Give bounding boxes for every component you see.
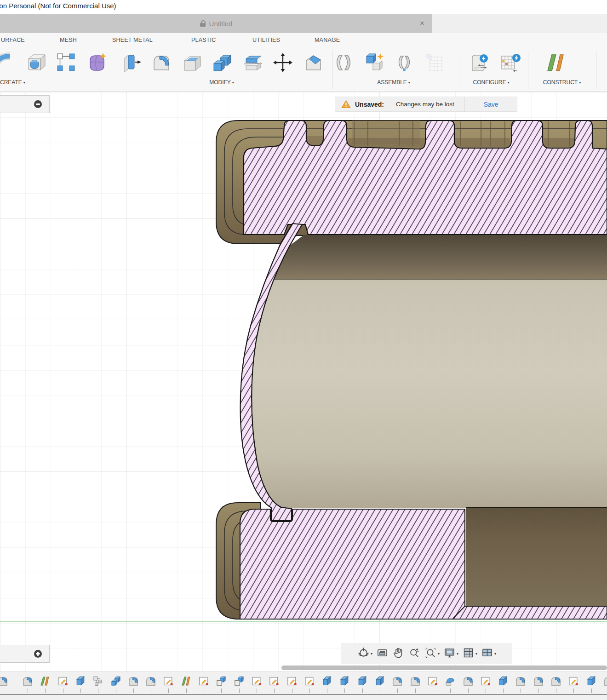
collapse-browser-button[interactable] — [34, 100, 42, 108]
timeline-tick — [591, 689, 592, 693]
timeline-feature-extrude[interactable] — [497, 675, 509, 687]
hole-icon[interactable] — [24, 51, 48, 75]
expand-panel-button[interactable] — [34, 650, 42, 658]
rectangular-pattern-icon[interactable] — [54, 51, 78, 75]
save-button[interactable]: Save — [475, 101, 507, 108]
timeline-feature-sketch[interactable] — [427, 675, 439, 687]
combine-icon[interactable] — [210, 51, 234, 75]
fit-tool[interactable]: ▾ — [423, 647, 441, 661]
split-body-icon[interactable] — [241, 51, 264, 75]
base-interior-surface[interactable] — [466, 507, 607, 606]
sweep-icon[interactable] — [0, 51, 17, 75]
timeline-feature-fillet[interactable] — [533, 675, 544, 687]
chevron-down-icon[interactable]: ▾ — [438, 652, 440, 656]
timeline-feature-fillet[interactable] — [145, 675, 157, 687]
document-tab-untitled[interactable]: Untitled — [0, 14, 432, 33]
timeline-feature-sketch[interactable] — [268, 675, 280, 687]
timeline-feature-pattern[interactable] — [92, 675, 104, 687]
draft-icon[interactable] — [301, 51, 325, 75]
comments-panel-collapsed — [0, 645, 50, 663]
press-pull-icon[interactable] — [119, 51, 143, 75]
vessel-interior-surface[interactable] — [252, 235, 607, 508]
timeline-feature-fillet[interactable] — [391, 675, 403, 687]
ribbon-tab-mesh[interactable]: MESH — [60, 37, 77, 43]
timeline-feature-extrude[interactable] — [585, 675, 597, 687]
timeline-feature-boolean[interactable] — [215, 675, 227, 687]
timeline-feature-extrude[interactable] — [74, 675, 86, 687]
timeline-feature-list — [0, 672, 607, 700]
timeline-feature-boolean[interactable] — [233, 675, 245, 687]
timeline-feature-extrude[interactable] — [374, 675, 386, 687]
orbit-tool[interactable]: ▾ — [355, 647, 374, 661]
timeline-tick — [327, 689, 327, 693]
chevron-down-icon[interactable]: ▾ — [371, 652, 372, 656]
construct-plane-icon[interactable] — [543, 51, 567, 75]
look-at-tool[interactable] — [374, 647, 390, 661]
timeline-feature-sketch[interactable] — [304, 675, 315, 687]
pan-tool[interactable] — [390, 647, 407, 661]
timeline-feature-construction-plane[interactable] — [39, 675, 51, 687]
joint-origin-icon[interactable] — [392, 51, 416, 75]
timeline-tick — [362, 689, 363, 693]
ribbon-tab-sheet-metal[interactable]: SHEET METAL — [112, 37, 153, 43]
close-tab-icon[interactable]: × — [416, 18, 428, 29]
assemble-group-icons — [332, 50, 447, 75]
timeline-feature-sketch[interactable] — [162, 675, 174, 687]
timeline-feature-fillet[interactable] — [127, 675, 139, 687]
joint-icon[interactable] — [332, 51, 355, 75]
timeline-feature-fillet[interactable] — [409, 675, 421, 687]
zoom-tool[interactable] — [407, 647, 423, 661]
horizontal-scrollbar[interactable] — [281, 666, 607, 670]
timeline-feature-sketch[interactable] — [480, 675, 492, 687]
create-group-label[interactable]: CREATE▾ — [0, 79, 41, 86]
timeline-feature-sweep[interactable] — [444, 675, 456, 687]
ribbon-tab-plastic[interactable]: PLASTIC — [191, 37, 216, 43]
ribbon-tab-surface[interactable]: URFACE — [1, 37, 25, 43]
timeline-feature-fillet[interactable] — [0, 675, 9, 687]
chevron-down-icon: ▾ — [408, 80, 410, 85]
viewports-tool[interactable]: ▾ — [479, 647, 498, 661]
timeline-feature-fillet[interactable] — [22, 675, 34, 687]
timeline-feature-fillet[interactable] — [462, 675, 474, 687]
chevron-down-icon[interactable]: ▾ — [475, 652, 477, 656]
create-form-icon[interactable] — [85, 51, 109, 75]
unsaved-status: Unsaved: — [355, 101, 384, 108]
configure-group-label[interactable]: CONFIGURE▾ — [464, 79, 519, 86]
timeline-feature-extrude[interactable] — [356, 675, 368, 687]
viewports-icon — [481, 647, 493, 661]
ribbon-tab-manage[interactable]: MANAGE — [315, 37, 340, 43]
timeline-feature-construction-plane[interactable] — [180, 675, 192, 687]
new-component-icon[interactable] — [362, 51, 386, 75]
move-icon[interactable] — [271, 51, 295, 75]
ribbon-tab-utilities[interactable]: UTILITIES — [252, 37, 280, 43]
timeline-feature-fillet[interactable] — [550, 675, 562, 687]
unsaved-message: Changes may be lost — [396, 101, 454, 108]
bom-table-icon[interactable] — [423, 51, 447, 75]
chevron-down-icon[interactable]: ▾ — [494, 652, 496, 656]
configuration-icon[interactable] — [468, 51, 492, 75]
chevron-down-icon[interactable]: ▾ — [457, 652, 458, 656]
assemble-group-label[interactable]: ASSEMBLE▾ — [366, 79, 421, 86]
timeline-feature-combine[interactable] — [110, 675, 122, 687]
window-title-bar: ion Personal (Not for Commercial Use) — [0, 0, 607, 14]
display-settings-tool[interactable]: ▾ — [441, 647, 460, 661]
timeline-feature-fillet[interactable] — [603, 675, 607, 687]
grid-and-snaps-tool[interactable]: ▾ — [460, 647, 479, 661]
viewport-canvas[interactable] — [0, 92, 607, 671]
construct-group-label[interactable]: CONSTRUCT▾ — [534, 79, 590, 86]
timeline-feature-sketch[interactable] — [251, 675, 263, 687]
timeline-feature-extrude[interactable] — [321, 675, 333, 687]
configuration-table-icon[interactable] — [498, 51, 522, 75]
fillet-icon[interactable] — [149, 51, 173, 75]
fit-icon — [424, 647, 437, 661]
timeline-feature-sketch[interactable] — [198, 675, 210, 687]
timeline-feature-fillet[interactable] — [515, 675, 527, 687]
chevron-down-icon: ▾ — [579, 80, 581, 85]
timeline-feature-extrude[interactable] — [338, 675, 350, 687]
timeline-feature-sketch[interactable] — [286, 675, 298, 687]
warning-icon — [341, 100, 351, 109]
timeline-feature-sketch[interactable] — [567, 675, 579, 687]
timeline-feature-sketch[interactable] — [57, 675, 69, 687]
shell-icon[interactable] — [180, 51, 204, 75]
modify-group-label[interactable]: MODIFY▾ — [199, 79, 245, 86]
